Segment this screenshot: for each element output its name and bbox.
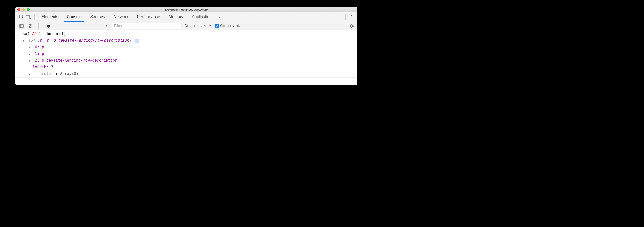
console-input-text: $x("//p", document)	[22, 31, 355, 37]
array-item-row: 1: p	[16, 51, 358, 57]
array-proto-row: __proto__: Array(0)	[16, 70, 358, 77]
tabs-row: Elements Console Sources Network Perform…	[16, 12, 358, 22]
console-output-row: ‹· (3) [p, p, p.devsite-landing-row-desc…	[16, 37, 358, 44]
tab-elements[interactable]: Elements	[37, 12, 62, 22]
expand-toggle[interactable]	[29, 71, 32, 77]
minimize-window-button[interactable]	[22, 8, 25, 11]
svg-rect-1	[26, 16, 29, 18]
group-similar-toggle[interactable]: Group similar	[215, 24, 243, 28]
filter-input[interactable]	[112, 23, 181, 29]
group-similar-label: Group similar	[220, 24, 243, 28]
console-toolbar: top ▼ Default levels ▼ Group similar	[16, 22, 358, 31]
close-window-button[interactable]	[17, 8, 20, 11]
tab-network[interactable]: Network	[110, 12, 133, 22]
console-settings-icon[interactable]	[348, 22, 355, 30]
expand-toggle[interactable]	[22, 38, 26, 43]
info-icon[interactable]: i	[135, 39, 139, 43]
clear-console-icon[interactable]	[27, 22, 34, 30]
array-length-row: length: 3	[16, 64, 358, 70]
output-chevron-icon: ‹·	[18, 38, 22, 43]
separator	[38, 23, 38, 29]
separator	[345, 14, 346, 20]
input-chevron-icon: ›	[18, 31, 22, 37]
console-prompt-row[interactable]: ›	[16, 77, 358, 85]
dropdown-arrow-icon: ▼	[209, 25, 212, 27]
expand-toggle[interactable]	[29, 44, 32, 50]
tab-application[interactable]: Application	[188, 12, 216, 22]
dropdown-arrow-icon: ▼	[105, 25, 108, 27]
tab-console[interactable]: Console	[62, 12, 86, 22]
prompt-chevron-icon: ›	[18, 78, 22, 85]
console-input-row: › $x("//p", document)	[16, 31, 358, 37]
traffic-lights	[17, 8, 30, 11]
svg-line-6	[30, 25, 32, 27]
array-item-row: 0: p	[16, 44, 358, 51]
inspect-element-icon[interactable]	[18, 13, 25, 21]
expand-toggle[interactable]	[29, 51, 32, 57]
context-selector[interactable]: top ▼	[43, 23, 110, 29]
separator	[34, 14, 35, 20]
svg-rect-2	[30, 15, 31, 18]
log-levels-selector[interactable]: Default levels ▼	[183, 24, 213, 28]
more-tabs-button[interactable]: »	[216, 14, 223, 20]
titlebar: DevTools - localhost:8080/web/	[16, 7, 358, 12]
settings-menu-button[interactable]: ⋮	[348, 13, 355, 21]
zoom-window-button[interactable]	[27, 8, 30, 11]
show-console-sidebar-icon[interactable]	[18, 22, 25, 30]
tab-sources[interactable]: Sources	[86, 12, 109, 22]
array-length-summary: (3)	[28, 38, 35, 43]
device-toolbar-icon[interactable]	[25, 13, 32, 21]
svg-rect-3	[20, 24, 23, 28]
group-similar-checkbox[interactable]	[215, 24, 219, 28]
context-selector-value: top	[45, 24, 50, 28]
devtools-window: DevTools - localhost:8080/web/ Elements …	[16, 7, 358, 85]
tab-performance[interactable]: Performance	[133, 12, 164, 22]
expand-toggle[interactable]	[29, 58, 32, 63]
tab-memory[interactable]: Memory	[164, 12, 188, 22]
log-levels-label: Default levels	[184, 24, 207, 28]
array-item-row: 2: p.devsite-landing-row-description	[16, 57, 358, 64]
console-output: › $x("//p", document) ‹· (3) [p, p, p.de…	[16, 31, 358, 85]
window-title: DevTools - localhost:8080/web/	[16, 8, 358, 12]
